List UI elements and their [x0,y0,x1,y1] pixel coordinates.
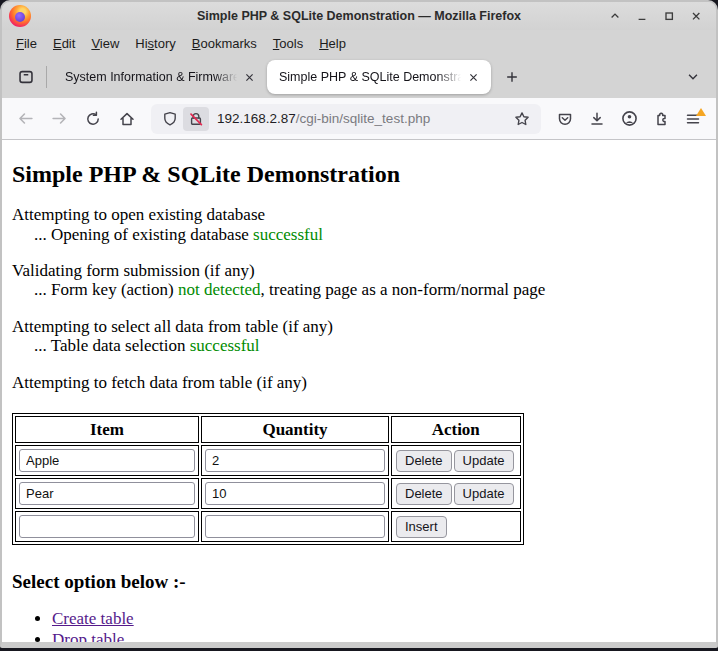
quantity-input[interactable] [205,482,385,505]
tab-label: Simple PHP & SQLite Demonstrati [279,70,463,84]
close-icon [244,72,255,83]
window-maximize-button[interactable] [659,6,679,26]
update-badge-icon [696,108,706,116]
status-select-data: Attempting to select all data from table… [12,317,706,356]
options-heading: Select option below :- [12,571,706,593]
menu-edit[interactable]: Edit [45,33,83,54]
url-display[interactable]: 192.168.2.87/cgi-bin/sqlite_test.php [217,111,509,126]
column-header-action: Action [391,416,521,443]
status-fetch-data: Attempting to fetch data from table (if … [12,373,706,392]
tab-label: System Information & Firmware L [65,70,239,84]
back-button[interactable] [9,104,41,134]
bookmark-star-button[interactable] [509,107,535,131]
downloads-button[interactable] [581,104,613,134]
update-button[interactable]: Update [454,450,514,472]
url-path: /cgi-bin/sqlite_test.php [296,111,430,126]
app-menu-button[interactable] [677,104,709,134]
firefox-view-icon [17,68,35,86]
menu-bookmarks[interactable]: Bookmarks [184,33,265,54]
pocket-button[interactable] [549,104,581,134]
item-input[interactable] [19,515,195,538]
plus-icon [505,70,519,84]
maximize-icon [663,10,675,22]
item-input[interactable] [19,482,195,505]
status-result-line: ... Opening of existing database success… [12,225,323,244]
update-button[interactable]: Update [454,483,514,505]
insecure-lock-icon [188,111,204,127]
status-line: Attempting to select all data from table… [12,317,333,336]
status-result-line: ... Form key (action) not detected, trea… [12,280,545,299]
account-icon [621,110,638,127]
table-row: DeleteUpdate [15,445,521,476]
firefox-logo-icon [9,5,31,27]
shield-icon [162,111,178,127]
item-input[interactable] [19,449,195,472]
tab-close-button[interactable] [463,67,483,87]
table-header-row: Item Quantity Action [15,416,521,443]
table-row: Insert [15,511,521,542]
menu-file[interactable]: File [8,33,45,54]
status-highlight: successful [253,225,323,244]
menu-view[interactable]: View [83,33,127,54]
downloads-icon [589,111,605,127]
extensions-button[interactable] [645,104,677,134]
status-line: Validating form submission (if any) [12,261,255,280]
forward-button[interactable] [43,104,75,134]
star-icon [514,111,530,127]
url-bar[interactable]: 192.168.2.87/cgi-bin/sqlite_test.php [151,104,541,134]
column-header-item: Item [15,416,199,443]
firefox-view-button[interactable] [10,62,42,92]
status-result-line: ... Table data selection successful [12,336,260,355]
page-content: Simple PHP & SQLite Demonstration Attemp… [2,140,716,642]
create-table-link[interactable]: Create table [52,609,134,628]
chevron-up-icon [609,10,621,22]
list-all-tabs-button[interactable] [678,62,708,92]
tab-system-information[interactable]: System Information & Firmware L [53,60,267,94]
window-minimize-button[interactable] [632,6,652,26]
delete-button[interactable]: Delete [396,450,452,472]
back-arrow-icon [17,110,34,127]
titlebar[interactable]: Simple PHP & SQLite Demonstration — Mozi… [2,2,716,30]
status-line: Attempting to open existing database [12,205,265,224]
window-controls [605,6,716,26]
pocket-icon [557,111,573,127]
site-identity-button[interactable] [183,107,209,131]
toolbar-right-icons [549,104,709,134]
home-button[interactable] [111,104,143,134]
tracking-protection-button[interactable] [157,107,183,131]
close-icon [468,72,479,83]
items-table: Item Quantity Action DeleteUpdate Delete… [12,413,524,545]
new-tab-button[interactable] [497,62,527,92]
extensions-puzzle-icon [653,111,669,127]
list-item: Drop table [52,630,706,642]
menu-bar: File Edit View History Bookmarks Tools H… [2,30,716,56]
account-button[interactable] [613,104,645,134]
options-list: Create table Drop table [12,609,706,642]
page-heading: Simple PHP & SQLite Demonstration [12,161,706,188]
drop-table-link[interactable]: Drop table [52,630,124,642]
status-highlight: not detected [178,280,261,299]
menu-history[interactable]: History [127,33,183,54]
menu-help[interactable]: Help [311,33,354,54]
tab-sqlite-demo-active[interactable]: Simple PHP & SQLite Demonstrati [267,60,491,94]
status-form-validation: Validating form submission (if any) ... … [12,261,706,300]
tab-separator [46,66,47,88]
table-row: DeleteUpdate [15,478,521,509]
home-icon [119,111,135,127]
status-highlight: successful [190,336,260,355]
window-close-button[interactable] [686,6,706,26]
quantity-input[interactable] [205,449,385,472]
status-open-database: Attempting to open existing database ...… [12,205,706,244]
delete-button[interactable]: Delete [396,483,452,505]
browser-window: Simple PHP & SQLite Demonstration — Mozi… [0,0,718,648]
insert-button[interactable]: Insert [396,516,447,538]
window-shade-button[interactable] [605,6,625,26]
navigation-toolbar: 192.168.2.87/cgi-bin/sqlite_test.php [2,98,716,140]
quantity-input[interactable] [205,515,385,538]
reload-button[interactable] [77,104,109,134]
forward-arrow-icon [51,110,68,127]
tab-close-button[interactable] [239,67,259,87]
menu-tools[interactable]: Tools [265,33,311,54]
minimize-icon [636,10,648,22]
reload-icon [85,111,101,127]
